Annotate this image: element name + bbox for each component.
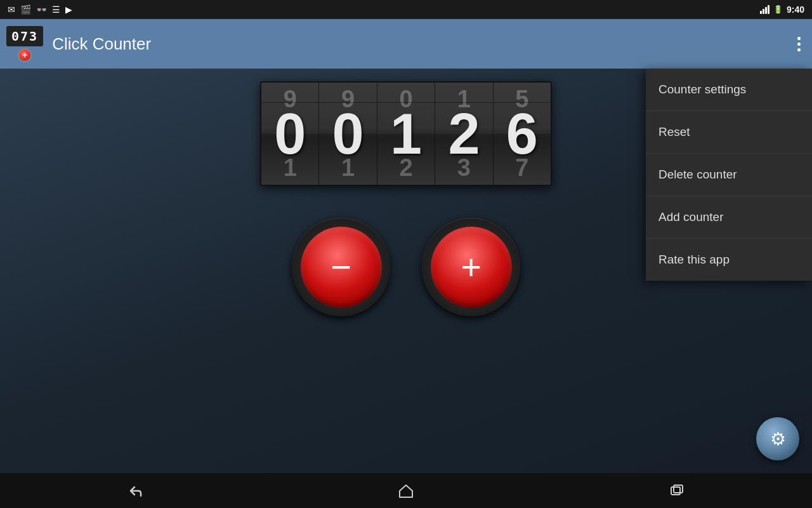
status-icons-right: 🔋 9:40 (760, 4, 804, 15)
back-arrow-icon (126, 485, 145, 497)
digit-above-0: 9 (284, 86, 297, 113)
home-icon (398, 483, 414, 498)
record-dot-icon (18, 48, 32, 62)
recents-button[interactable] (652, 478, 702, 504)
digit-above-2: 0 (399, 86, 412, 113)
digit-col-0: 9 0 1 (261, 83, 319, 185)
digit-below-1: 1 (341, 154, 355, 182)
more-dot-2 (797, 43, 801, 46)
counter-badge: 073 (6, 26, 43, 46)
digit-col-1: 9 0 1 (319, 83, 377, 185)
more-dot-1 (797, 37, 801, 40)
status-time: 9:40 (787, 4, 804, 15)
dropdown-menu: Counter settings Reset Delete counter Ad… (646, 69, 812, 281)
digit-main-2: 1 (390, 105, 422, 163)
digit-main-4: 6 (506, 105, 538, 163)
counter-display: 9 0 1 9 0 1 0 1 2 1 2 3 5 6 7 (260, 81, 552, 186)
settings-fab[interactable]: ⚙ (756, 417, 799, 460)
menu-item-rate-app[interactable]: Rate this app (646, 239, 812, 281)
nav-bar (0, 473, 812, 508)
menu-item-reset[interactable]: Reset (646, 111, 812, 154)
digit-col-4: 5 6 7 (494, 83, 551, 185)
more-options-button[interactable] (792, 32, 806, 57)
gear-icon: ⚙ (770, 429, 786, 450)
recents-icon (670, 485, 684, 497)
more-dot-3 (797, 48, 801, 51)
app-title: Click Counter (52, 34, 792, 54)
digit-main-0: 0 (274, 105, 306, 163)
digit-below-3: 3 (457, 154, 471, 182)
home-button[interactable] (381, 478, 431, 504)
glasses-icon: 👓 (36, 4, 47, 15)
status-icons-left: ✉ 🎬 👓 ☰ ▶ (8, 4, 72, 15)
digit-main-3: 2 (448, 105, 480, 163)
digit-main-1: 0 (332, 105, 364, 163)
digit-col-2: 0 1 2 (377, 83, 435, 185)
digit-above-1: 9 (341, 86, 355, 113)
svg-rect-1 (674, 485, 683, 493)
decrement-symbol: − (331, 250, 351, 285)
digit-below-0: 1 (284, 154, 297, 182)
svg-rect-0 (671, 487, 680, 495)
digit-col-3: 1 2 3 (435, 83, 493, 185)
app-icon-container: 073 (6, 26, 43, 62)
digit-below-4: 7 (515, 154, 528, 182)
digit-below-2: 2 (399, 154, 412, 182)
menu-item-delete-counter[interactable]: Delete counter (646, 154, 812, 196)
menu-icon: ☰ (52, 4, 60, 15)
status-bar: ✉ 🎬 👓 ☰ ▶ 🔋 9:40 (0, 0, 812, 19)
app-bar: 073 Click Counter (0, 19, 812, 69)
menu-item-add-counter[interactable]: Add counter (646, 196, 812, 239)
increment-button-outer[interactable]: + (422, 218, 520, 316)
digit-above-4: 5 (515, 86, 528, 113)
mail-icon: ✉ (8, 4, 15, 15)
buttons-container: − + (292, 218, 520, 316)
battery-icon: 🔋 (773, 5, 783, 14)
decrement-button[interactable]: − (301, 227, 382, 308)
decrement-button-outer[interactable]: − (292, 218, 390, 316)
increment-button[interactable]: + (431, 227, 512, 308)
play-icon: ▶ (65, 4, 72, 15)
increment-symbol: + (461, 250, 481, 285)
wifi-icon (760, 5, 769, 14)
digit-above-3: 1 (457, 86, 471, 113)
film-icon: 🎬 (20, 4, 31, 15)
back-button[interactable] (110, 478, 160, 504)
menu-item-counter-settings[interactable]: Counter settings (646, 69, 812, 111)
